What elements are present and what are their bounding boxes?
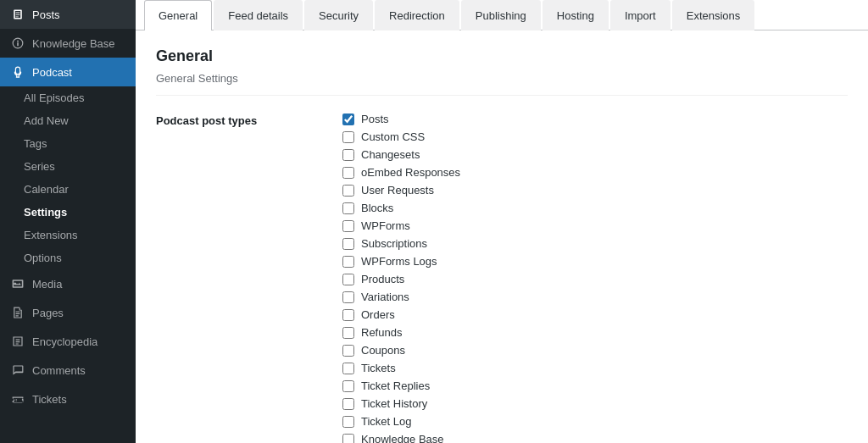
checkbox-item-wpforms-logs: WPForms Logs bbox=[342, 255, 460, 268]
checkbox-item-variations: Variations bbox=[342, 291, 460, 303]
checkbox-label-subscriptions[interactable]: Subscriptions bbox=[361, 237, 427, 250]
checkbox-label-orders[interactable]: Orders bbox=[361, 308, 395, 321]
comments-icon bbox=[10, 363, 25, 378]
checkbox-label-ticket-replies[interactable]: Ticket Replies bbox=[361, 379, 430, 392]
sidebar-item-knowledge-base-label: Knowledge Base bbox=[32, 37, 115, 50]
submenu-settings[interactable]: Settings bbox=[0, 201, 136, 224]
checkbox-item-changesets: Changesets bbox=[342, 148, 460, 161]
checkbox-label-refunds[interactable]: Refunds bbox=[361, 326, 402, 339]
checkbox-label-products[interactable]: Products bbox=[361, 273, 404, 285]
submenu-calendar[interactable]: Calendar bbox=[0, 178, 136, 201]
tab-general[interactable]: General bbox=[144, 0, 212, 30]
checkbox-label-posts[interactable]: Posts bbox=[361, 113, 389, 125]
page-title: General bbox=[156, 47, 848, 65]
tab-extensions[interactable]: Extensions bbox=[672, 0, 755, 30]
checkbox-item-ticket-log: Ticket Log bbox=[342, 415, 460, 428]
checkbox-blocks[interactable] bbox=[342, 202, 354, 214]
sidebar-item-pages-label: Pages bbox=[32, 307, 64, 319]
checkbox-item-ticket-history: Ticket History bbox=[342, 397, 460, 410]
checkbox-orders[interactable] bbox=[342, 309, 354, 321]
checkbox-item-coupons: Coupons bbox=[342, 344, 460, 357]
media-icon bbox=[10, 276, 25, 291]
checkbox-label-knowledge-base[interactable]: Knowledge Base bbox=[361, 433, 444, 443]
checkbox-refunds[interactable] bbox=[342, 327, 354, 339]
checkbox-label-variations[interactable]: Variations bbox=[361, 291, 409, 303]
sidebar: Posts Knowledge Base Podcast All Episode… bbox=[0, 0, 136, 443]
checkbox-label-user-requests[interactable]: User Requests bbox=[361, 184, 434, 197]
submenu-tags[interactable]: Tags bbox=[0, 132, 136, 155]
sidebar-item-podcast-label: Podcast bbox=[32, 66, 72, 79]
section-label: General Settings bbox=[156, 72, 848, 96]
main-content: General Feed details Security Redirectio… bbox=[136, 0, 868, 443]
tab-import[interactable]: Import bbox=[610, 0, 670, 30]
checkbox-label-coupons[interactable]: Coupons bbox=[361, 344, 405, 357]
checkbox-ticket-history[interactable] bbox=[342, 398, 354, 410]
sidebar-item-media[interactable]: Media bbox=[0, 269, 136, 298]
checkbox-ticket-log[interactable] bbox=[342, 416, 354, 428]
checkbox-posts[interactable] bbox=[342, 114, 354, 125]
sidebar-item-comments-label: Comments bbox=[32, 364, 86, 377]
checkbox-coupons[interactable] bbox=[342, 345, 354, 357]
checkbox-item-blocks: Blocks bbox=[342, 202, 460, 214]
checkbox-user-requests[interactable] bbox=[342, 185, 354, 197]
checkbox-oembed-responses[interactable] bbox=[342, 167, 354, 179]
submenu-add-new[interactable]: Add New bbox=[0, 109, 136, 132]
checkbox-label-oembed-responses[interactable]: oEmbed Responses bbox=[361, 166, 460, 179]
sidebar-item-encyclopedia-label: Encyclopedia bbox=[32, 335, 97, 348]
submenu-series[interactable]: Series bbox=[0, 155, 136, 178]
checkbox-item-wpforms: WPForms bbox=[342, 219, 460, 232]
pages-icon bbox=[10, 305, 25, 320]
tab-security[interactable]: Security bbox=[304, 0, 373, 30]
sidebar-item-media-label: Media bbox=[32, 278, 62, 291]
checkbox-label-changesets[interactable]: Changesets bbox=[361, 148, 420, 161]
checkbox-label-blocks[interactable]: Blocks bbox=[361, 202, 393, 214]
checkbox-label-wpforms-logs[interactable]: WPForms Logs bbox=[361, 255, 437, 268]
sidebar-item-encyclopedia[interactable]: Encyclopedia bbox=[0, 327, 136, 356]
sidebar-item-comments[interactable]: Comments bbox=[0, 356, 136, 385]
tab-redirection[interactable]: Redirection bbox=[375, 0, 459, 30]
tabs-bar: General Feed details Security Redirectio… bbox=[136, 0, 868, 30]
checkbox-wpforms[interactable] bbox=[342, 220, 354, 232]
checkbox-subscriptions[interactable] bbox=[342, 238, 354, 250]
checkbox-item-oembed-responses: oEmbed Responses bbox=[342, 166, 460, 179]
encyclopedia-icon bbox=[10, 334, 25, 349]
checkbox-label-wpforms[interactable]: WPForms bbox=[361, 219, 410, 232]
checkbox-item-ticket-replies: Ticket Replies bbox=[342, 379, 460, 392]
checkbox-variations[interactable] bbox=[342, 291, 354, 303]
checkbox-item-refunds: Refunds bbox=[342, 326, 460, 339]
submenu-extensions[interactable]: Extensions bbox=[0, 224, 136, 246]
sidebar-item-posts[interactable]: Posts bbox=[0, 0, 136, 29]
checkbox-item-subscriptions: Subscriptions bbox=[342, 237, 460, 250]
checkbox-wpforms-logs[interactable] bbox=[342, 256, 354, 268]
sidebar-item-podcast[interactable]: Podcast bbox=[0, 58, 136, 86]
checkbox-label-tickets[interactable]: Tickets bbox=[361, 362, 396, 374]
checkbox-list: PostsCustom CSSChangesetsoEmbed Response… bbox=[342, 113, 460, 443]
checkbox-ticket-replies[interactable] bbox=[342, 380, 354, 392]
submenu-options[interactable]: Options bbox=[0, 246, 136, 269]
checkbox-item-products: Products bbox=[342, 273, 460, 285]
posts-icon bbox=[10, 7, 25, 22]
tab-hosting[interactable]: Hosting bbox=[542, 0, 609, 30]
checkbox-label-ticket-history[interactable]: Ticket History bbox=[361, 397, 427, 410]
checkbox-knowledge-base[interactable] bbox=[342, 434, 354, 444]
sidebar-item-posts-label: Posts bbox=[32, 8, 60, 21]
sidebar-item-tickets[interactable]: Tickets bbox=[0, 385, 136, 413]
checkbox-changesets[interactable] bbox=[342, 149, 354, 161]
checkbox-item-orders: Orders bbox=[342, 308, 460, 321]
tab-feed-details[interactable]: Feed details bbox=[214, 0, 303, 30]
checkbox-item-custom-css: Custom CSS bbox=[342, 130, 460, 143]
checkbox-label-ticket-log[interactable]: Ticket Log bbox=[361, 415, 412, 428]
checkbox-tickets[interactable] bbox=[342, 363, 354, 374]
checkbox-label-custom-css[interactable]: Custom CSS bbox=[361, 130, 425, 143]
checkbox-item-tickets: Tickets bbox=[342, 362, 460, 374]
checkbox-item-knowledge-base: Knowledge Base bbox=[342, 433, 460, 443]
submenu-all-episodes[interactable]: All Episodes bbox=[0, 86, 136, 109]
sidebar-item-knowledge-base[interactable]: Knowledge Base bbox=[0, 29, 136, 58]
podcast-icon bbox=[10, 64, 25, 80]
checkbox-custom-css[interactable] bbox=[342, 131, 354, 143]
podcast-post-types-row: Podcast post types PostsCustom CSSChange… bbox=[156, 113, 848, 443]
checkbox-item-posts: Posts bbox=[342, 113, 460, 125]
checkbox-products[interactable] bbox=[342, 274, 354, 285]
tab-publishing[interactable]: Publishing bbox=[461, 0, 541, 30]
sidebar-item-pages[interactable]: Pages bbox=[0, 298, 136, 327]
